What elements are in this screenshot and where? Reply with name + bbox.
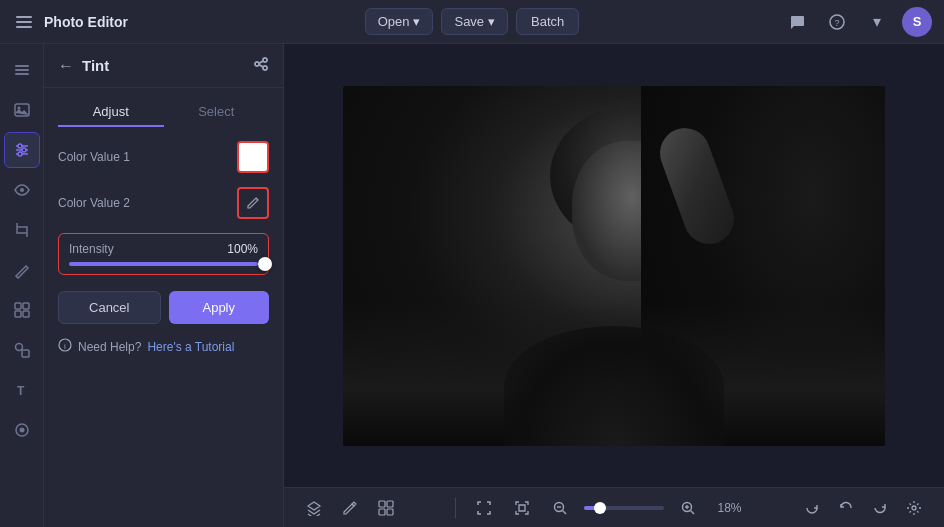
pen-icon: [246, 196, 260, 210]
canvas-area: 18%: [284, 44, 944, 527]
svg-rect-15: [23, 303, 29, 309]
eye-icon: [13, 181, 31, 199]
sidebar-icon-effects[interactable]: [4, 412, 40, 448]
settings-icon: [906, 500, 922, 516]
magic-icon: [13, 261, 31, 279]
canvas-image: [343, 86, 885, 446]
color-value-2-label: Color Value 2: [58, 196, 130, 210]
redo-icon-btn[interactable]: [866, 494, 894, 522]
undo-icon-btn[interactable]: [832, 494, 860, 522]
topbar: Photo Editor Open ▾ Save ▾ Batch ? ▾: [0, 0, 944, 44]
canvas-viewport[interactable]: [284, 44, 944, 487]
layers-icon: [13, 61, 31, 79]
zoom-out-icon-btn[interactable]: [546, 494, 574, 522]
color-value-2-pen[interactable]: [237, 187, 269, 219]
bottombar: 18%: [284, 487, 944, 527]
separator: [455, 498, 456, 518]
chat-icon-btn[interactable]: [782, 7, 812, 37]
save-button[interactable]: Save ▾: [441, 8, 508, 35]
topbar-center: Open ▾ Save ▾ Batch: [365, 8, 580, 35]
intensity-slider[interactable]: [69, 262, 258, 266]
panel-content: Color Value 1 Color Value 2 Intensity 10…: [44, 127, 283, 527]
svg-rect-14: [15, 303, 21, 309]
sidebar-icon-crop[interactable]: [4, 212, 40, 248]
intensity-row: Intensity 100%: [69, 242, 258, 256]
panel-title: Tint: [82, 57, 109, 74]
undo-icon: [838, 500, 854, 516]
share-icon[interactable]: [253, 56, 269, 75]
svg-point-25: [263, 66, 267, 70]
rotate-icon-btn[interactable]: [798, 494, 826, 522]
apply-button[interactable]: Apply: [169, 291, 270, 324]
resize-icon-btn[interactable]: [508, 494, 536, 522]
topbar-right: ? ▾ S: [579, 7, 932, 37]
batch-button[interactable]: Batch: [516, 8, 579, 35]
tutorial-link[interactable]: Here's a Tutorial: [147, 340, 234, 354]
chevron-down-icon: ▾: [873, 12, 881, 31]
svg-point-23: [263, 58, 267, 62]
svg-rect-3: [15, 69, 29, 71]
sidebar-icon-text[interactable]: T: [4, 372, 40, 408]
svg-rect-4: [15, 73, 29, 75]
svg-rect-16: [15, 311, 21, 317]
svg-text:?: ?: [835, 18, 840, 28]
chevron-down-icon: ▾: [413, 14, 420, 29]
info-icon: i: [58, 338, 72, 355]
layers-bottom-icon[interactable]: [300, 494, 328, 522]
svg-point-18: [15, 344, 22, 351]
panel-buttons: Cancel Apply: [58, 291, 269, 324]
panel-header-left: ← Tint: [58, 57, 109, 75]
crop-icon: [13, 221, 31, 239]
svg-line-40: [690, 510, 694, 514]
bottombar-right: [798, 494, 928, 522]
help-icon-btn[interactable]: ?: [822, 7, 852, 37]
svg-line-26: [259, 61, 263, 63]
svg-point-22: [19, 428, 24, 433]
image-icon: [13, 101, 31, 119]
topbar-left: Photo Editor: [12, 12, 365, 32]
fit-icon-btn[interactable]: [470, 494, 498, 522]
intensity-value: 100%: [227, 242, 258, 256]
svg-rect-33: [387, 509, 393, 515]
open-button[interactable]: Open ▾: [365, 8, 434, 35]
cancel-button[interactable]: Cancel: [58, 291, 161, 324]
chevron-down-icon-btn[interactable]: ▾: [862, 7, 892, 37]
menu-icon[interactable]: [12, 12, 36, 32]
color-value-1-row: Color Value 1: [58, 141, 269, 173]
layers-icon: [306, 500, 322, 516]
svg-point-13: [20, 188, 24, 192]
fit-icon: [476, 500, 492, 516]
sidebar-icon-image[interactable]: [4, 92, 40, 128]
chevron-down-icon: ▾: [488, 14, 495, 29]
user-avatar[interactable]: S: [902, 7, 932, 37]
zoom-slider[interactable]: [584, 506, 664, 510]
color-value-1-swatch[interactable]: [237, 141, 269, 173]
tab-adjust[interactable]: Adjust: [58, 98, 164, 127]
svg-rect-17: [23, 311, 29, 317]
chat-icon: [789, 14, 805, 30]
resize-icon: [514, 500, 530, 516]
svg-rect-31: [387, 501, 393, 507]
back-button[interactable]: ←: [58, 57, 74, 75]
svg-rect-30: [379, 501, 385, 507]
edit-bottom-icon[interactable]: [336, 494, 364, 522]
text-icon: T: [13, 381, 31, 399]
svg-line-36: [562, 510, 566, 514]
svg-line-27: [259, 65, 263, 67]
grid-bottom-icon[interactable]: [372, 494, 400, 522]
tab-select[interactable]: Select: [164, 98, 270, 127]
sidebar-icon-adjust[interactable]: [4, 132, 40, 168]
sliders-icon: [13, 141, 31, 159]
sidebar-icon-eye[interactable]: [4, 172, 40, 208]
settings-icon-btn[interactable]: [900, 494, 928, 522]
svg-text:i: i: [64, 342, 66, 351]
sidebar-icon-shapes[interactable]: [4, 332, 40, 368]
sidebar-icon-layers[interactable]: [4, 52, 40, 88]
grid-icon: [378, 500, 394, 516]
sidebar-icon-grid[interactable]: [4, 292, 40, 328]
svg-text:T: T: [17, 384, 25, 398]
zoom-in-icon-btn[interactable]: [674, 494, 702, 522]
bottombar-center: 18%: [412, 494, 786, 522]
edit-icon: [342, 500, 358, 516]
sidebar-icon-magic[interactable]: [4, 252, 40, 288]
